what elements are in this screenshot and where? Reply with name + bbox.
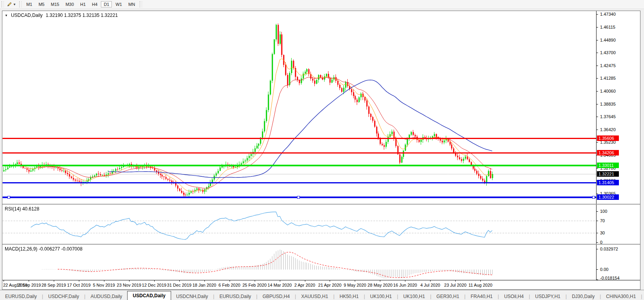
- chart-tab-audusd-daily[interactable]: AUDUSD,Daily: [86, 293, 128, 300]
- chart-tab-usoil-h4[interactable]: USOil,H4: [499, 293, 529, 300]
- timeframe-button-h4[interactable]: H4: [89, 1, 100, 7]
- chart-tab-hk50-h1[interactable]: HK50,H1: [334, 293, 364, 300]
- time-tickmark: [255, 280, 255, 282]
- price-tick-label: 1.37645: [600, 114, 616, 119]
- time-axis[interactable]: 22 Aug 201910 Sep 201928 Sep 201917 Oct …: [2, 280, 640, 289]
- price-tick-label: 1.46115: [600, 25, 615, 29]
- time-axis-label: 10 Sep 2019: [16, 283, 41, 287]
- collapse-triangle-icon[interactable]: ▼: [5, 14, 8, 17]
- top-toolbar: ▼ M1M5M15M30H1H4D1W1MN: [0, 0, 644, 9]
- price-tickmark: [597, 130, 598, 130]
- time-axis-label: 9 May 2020: [344, 283, 366, 287]
- time-tickmark: [405, 280, 405, 282]
- timeframe-button-h1[interactable]: H1: [77, 1, 88, 7]
- price-tickmark: [597, 91, 598, 91]
- chart-tab-xauusd-h1[interactable]: XAUUSD,H1: [296, 293, 333, 300]
- timeframe-button-m1[interactable]: M1: [24, 1, 35, 7]
- chart-tab-usoil-h1[interactable]: USOil,H1: [642, 293, 644, 300]
- level-price-badge: 1.33011: [597, 163, 619, 168]
- price-tickmark: [597, 117, 598, 117]
- time-axis-label: 2 Apr 2020: [294, 283, 315, 287]
- price-tick-label: 1.42475: [600, 63, 616, 68]
- chevron-down-icon[interactable]: ▼: [13, 3, 16, 6]
- chart-title: ▼ USDCAD,Daily 1.32190 1.32375 1.32135 1…: [5, 13, 118, 18]
- price-tickmark: [597, 53, 598, 53]
- time-tickmark: [4, 280, 4, 282]
- time-tickmark: [280, 280, 280, 282]
- timeframe-button-m30[interactable]: M30: [63, 1, 77, 7]
- toolbar-grip[interactable]: [2, 1, 4, 7]
- price-tick-label: 1.47340: [600, 12, 616, 16]
- chart-tabs: EURUSD,Daily|USDCHF,Daily|AUDUSD,DailyUS…: [0, 291, 644, 300]
- price-tickmark: [597, 104, 598, 104]
- rsi-tickmark: [597, 242, 598, 243]
- time-tickmark: [355, 280, 355, 282]
- timeframe-button-m5[interactable]: M5: [36, 1, 47, 7]
- toolbar-separator: [19, 1, 22, 7]
- rsi-canvas[interactable]: [2, 205, 596, 244]
- chart-window: ▼ USDCAD,Daily 1.32190 1.32375 1.32135 1…: [2, 11, 640, 290]
- chart-tab-usdcnh-daily[interactable]: USDCNH,Daily: [171, 293, 213, 300]
- chart-tab-usdjpy-h1[interactable]: USDJPY,H1: [530, 293, 566, 300]
- time-tickmark: [29, 280, 29, 282]
- rsi-tickmark: [597, 221, 598, 221]
- price-tickmark: [597, 66, 598, 66]
- time-axis-label: 21 Apr 2020: [318, 283, 341, 287]
- timeframe-buttons: M1M5M15M30H1H4D1W1MN: [23, 1, 138, 7]
- macd-axis[interactable]: 0.0329720.00-0.018154: [596, 245, 640, 280]
- macd-canvas[interactable]: [2, 245, 596, 280]
- time-axis-label: 18 Jan 2020: [192, 283, 216, 287]
- time-axis-label: 16 Jun 2020: [393, 283, 417, 287]
- time-tickmark: [54, 280, 54, 282]
- chart-tab-fra40-h1[interactable]: FRA40,H1: [465, 293, 498, 300]
- price-tick-label: 1.38835: [600, 102, 616, 106]
- chart-tab-usdcad-daily[interactable]: USDCAD,Daily: [127, 291, 171, 300]
- time-tickmark: [104, 280, 104, 282]
- time-axis-label: 12 Dec 2019: [142, 283, 166, 287]
- time-tickmark: [154, 280, 155, 282]
- price-chart-canvas[interactable]: [2, 11, 596, 204]
- time-tickmark: [79, 280, 79, 282]
- pencil-icon: [7, 2, 12, 7]
- symbol-timeframe-label: USDCAD,Daily: [11, 13, 43, 18]
- timeframe-button-mn[interactable]: MN: [126, 1, 138, 7]
- chart-tab-uk100-h1[interactable]: UK100,H1: [398, 293, 430, 300]
- price-axis[interactable]: 1.473401.461151.448901.437001.424751.412…: [596, 11, 640, 204]
- price-tickmark: [597, 27, 598, 27]
- timeframe-button-d1[interactable]: D1: [101, 1, 112, 7]
- price-tick-label: 1.43700: [600, 50, 616, 55]
- time-tickmark: [230, 280, 230, 282]
- macd-tick-label: 0.032972: [600, 247, 618, 251]
- price-tick-label: 1.41285: [600, 76, 616, 80]
- chart-tab-eurusd-daily[interactable]: EURUSD,Daily: [0, 293, 42, 300]
- timeframe-button-m15[interactable]: M15: [48, 1, 62, 7]
- time-axis-label: 28 Sep 2019: [42, 283, 66, 287]
- level-price-badge: 1.35606: [597, 135, 619, 141]
- toolbar-separator: [140, 1, 142, 7]
- time-axis-label: 23 Nov 2019: [117, 283, 141, 287]
- rsi-axis[interactable]: 10070300: [596, 205, 640, 244]
- chart-tab-gbpusd-h4[interactable]: GBPUSD,H4: [257, 293, 295, 300]
- price-tick-label: 1.40060: [600, 89, 616, 93]
- chart-tab-eurusd-daily[interactable]: EURUSD,Daily: [214, 293, 256, 300]
- price-tickmark: [597, 40, 598, 40]
- chart-tab-dj30-daily[interactable]: DJ30,Daily: [567, 293, 600, 300]
- time-tickmark: [305, 280, 305, 282]
- chart-tab-usdchf-daily[interactable]: USDCHF,Daily: [43, 293, 84, 300]
- macd-tick-label: 0.00: [600, 267, 608, 272]
- price-tick-label: 1.36420: [600, 127, 616, 132]
- current-price-badge: 1.32221: [597, 171, 619, 177]
- macd-tickmark: [597, 269, 598, 270]
- chart-tab-ger30-h1[interactable]: GER30,H1: [431, 293, 464, 300]
- chart-tab-china300-h1[interactable]: CHINA300,H1: [601, 293, 641, 300]
- ohlc-values: 1.32190 1.32375 1.32135 1.32221: [46, 13, 118, 18]
- price-tickmark: [597, 142, 598, 143]
- draw-tool-button[interactable]: ▼: [5, 1, 18, 8]
- timeframe-button-w1[interactable]: W1: [113, 1, 125, 7]
- chart-tab-uk100-h1[interactable]: UK100,H1: [365, 293, 397, 300]
- level-price-badge: 1.30022: [597, 194, 619, 200]
- time-tickmark: [480, 280, 481, 282]
- rsi-label: RSI(14) 40.6128: [5, 206, 39, 212]
- time-tickmark: [129, 280, 130, 282]
- rsi-tickmark: [597, 211, 598, 212]
